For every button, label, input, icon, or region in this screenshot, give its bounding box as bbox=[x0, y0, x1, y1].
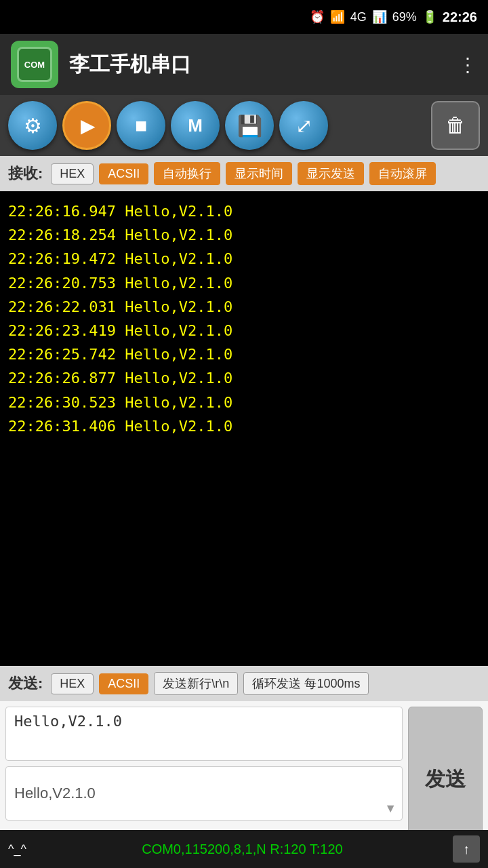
app-icon: COM bbox=[11, 41, 58, 88]
terminal-line: 22:26:30.523 Hello,V2.1.0 bbox=[8, 391, 480, 414]
terminal-line: 22:26:31.406 Hello,V2.1.0 bbox=[8, 414, 480, 438]
expand-icon: ⤢ bbox=[296, 114, 312, 138]
terminal-output: 22:26:16.947 Hello,V2.1.0 22:26:18.254 H… bbox=[0, 191, 488, 666]
trash-button[interactable]: 🗑 bbox=[431, 101, 480, 150]
play-button[interactable]: ▶ bbox=[62, 101, 111, 150]
scroll-up-button[interactable]: ↑ bbox=[453, 835, 480, 863]
receive-autowrap-button[interactable]: 自动换行 bbox=[154, 162, 220, 185]
com-label: COM bbox=[24, 60, 45, 70]
send-ascii-button[interactable]: ACSII bbox=[99, 673, 148, 694]
receive-label: 接收: bbox=[8, 163, 43, 184]
up-arrow-icon: ↑ bbox=[463, 842, 470, 857]
wifi-icon: 📶 bbox=[330, 9, 345, 24]
stop-icon: ■ bbox=[135, 114, 147, 137]
battery-icon: 🔋 bbox=[422, 9, 437, 24]
play-icon: ▶ bbox=[81, 115, 96, 137]
terminal-line: 22:26:18.254 Hello,V2.1.0 bbox=[8, 223, 480, 247]
alarm-icon: ⏰ bbox=[310, 9, 325, 24]
status-bar: ⏰ 📶 4G 📊 69% 🔋 22:26 bbox=[0, 0, 488, 34]
save-button[interactable]: 💾 bbox=[225, 101, 274, 150]
receive-autoscroll-button[interactable]: 自动滚屏 bbox=[369, 162, 436, 185]
stop-button[interactable]: ■ bbox=[117, 101, 165, 150]
overflow-menu-button[interactable]: ⋮ bbox=[458, 54, 477, 76]
expand-button[interactable]: ⤢ bbox=[279, 101, 328, 150]
send-loop-button[interactable]: 循环发送 每1000ms bbox=[243, 672, 369, 695]
terminal-line: 22:26:23.419 Hello,V2.1.0 bbox=[8, 319, 480, 342]
settings-button[interactable]: ⚙ bbox=[8, 101, 57, 150]
caret-label: ^_^ bbox=[8, 842, 26, 856]
app-title: 李工手机串口 bbox=[69, 51, 458, 79]
signal-bars-icon: 📊 bbox=[372, 9, 387, 24]
receive-hex-button[interactable]: HEX bbox=[51, 163, 94, 184]
save-icon: 💾 bbox=[237, 114, 262, 138]
send-button-label: 发送 bbox=[425, 766, 466, 793]
receive-controls-bar: 接收: HEX ACSII 自动换行 显示时间 显示发送 自动滚屏 bbox=[0, 156, 488, 191]
terminal-line: 22:26:16.947 Hello,V2.1.0 bbox=[8, 199, 480, 223]
bottom-bar: ^_^ COM0,115200,8,1,N R:120 T:120 ↑ bbox=[0, 830, 488, 868]
receive-ascii-button[interactable]: ACSII bbox=[99, 163, 148, 184]
app-icon-inner: COM bbox=[17, 47, 52, 82]
time-label: 22:26 bbox=[443, 9, 477, 25]
terminal-line: 22:26:25.742 Hello,V2.1.0 bbox=[8, 342, 480, 366]
settings-icon: ⚙ bbox=[24, 114, 42, 138]
mode-icon: M bbox=[188, 115, 203, 136]
title-bar: COM 李工手机串口 ⋮ bbox=[0, 34, 488, 95]
mode-button[interactable]: M bbox=[171, 101, 220, 150]
connection-info-label: COM0,115200,8,1,N R:120 T:120 bbox=[32, 842, 453, 857]
receive-showtime-button[interactable]: 显示时间 bbox=[226, 162, 292, 185]
terminal-line: 22:26:20.753 Hello,V2.1.0 bbox=[8, 271, 480, 295]
send-history-value: Hello,V2.1.0 bbox=[14, 785, 96, 802]
send-label: 发送: bbox=[8, 673, 43, 694]
signal-label: 4G bbox=[350, 10, 367, 24]
terminal-line: 22:26:26.877 Hello,V2.1.0 bbox=[8, 366, 480, 390]
send-controls-bar: 发送: HEX ACSII 发送新行\r\n 循环发送 每1000ms bbox=[0, 666, 488, 701]
trash-icon: 🗑 bbox=[445, 114, 466, 137]
send-history-field[interactable]: Hello,V2.1.0 ▼ bbox=[5, 766, 403, 821]
receive-showsend-button[interactable]: 显示发送 bbox=[298, 162, 364, 185]
toolbar: ⚙ ▶ ■ M 💾 ⤢ 🗑 bbox=[0, 95, 488, 156]
battery-label: 69% bbox=[392, 10, 417, 24]
terminal-line: 22:26:22.031 Hello,V2.1.0 bbox=[8, 295, 480, 319]
terminal-line: 22:26:19.472 Hello,V2.1.0 bbox=[8, 247, 480, 271]
send-input-field[interactable] bbox=[5, 707, 403, 761]
send-hex-button[interactable]: HEX bbox=[51, 673, 94, 694]
send-history-arrow-icon: ▼ bbox=[384, 802, 396, 816]
send-newline-button[interactable]: 发送新行\r\n bbox=[154, 672, 238, 695]
